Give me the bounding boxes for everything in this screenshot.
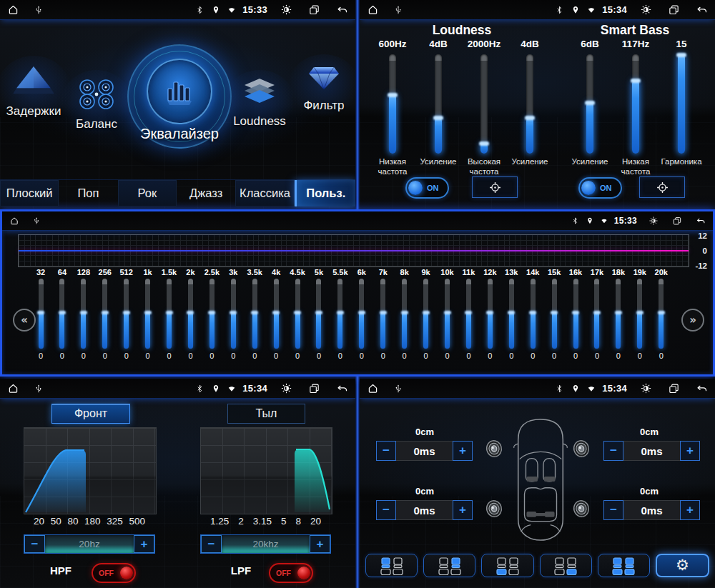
hpf-plus-button[interactable]: + [134,535,154,553]
band-track[interactable] [252,279,257,349]
eq-band-slider[interactable]: 5.5k 0 [330,268,350,360]
eq-band-slider[interactable]: 4k 0 [266,268,286,360]
eq-band-slider[interactable]: 5k 0 [309,268,329,360]
band-track[interactable] [594,279,599,349]
lpf-off-toggle[interactable]: OFF [269,563,313,583]
prev-page-button[interactable]: « [13,309,36,332]
eq-band-slider[interactable]: 7k 0 [373,268,393,360]
eq-band-slider[interactable]: 8k 0 [395,268,415,360]
brightness-icon[interactable] [640,4,652,16]
eq-band-slider[interactable]: 256 0 [95,268,115,360]
band-track[interactable] [359,279,364,349]
band-track[interactable] [531,279,536,349]
band-track[interactable] [445,279,450,349]
front-left-minus-button[interactable]: − [376,441,396,461]
band-track[interactable] [59,279,64,349]
tab-front[interactable]: Фронт [51,404,130,424]
home-icon[interactable] [7,4,19,16]
brightness-icon[interactable] [649,216,659,226]
menu-item-delays[interactable]: Задержки [1,64,66,119]
back-icon[interactable] [696,4,708,16]
band-track[interactable] [81,279,86,349]
eq-band-slider[interactable]: 9k 0 [416,268,436,360]
eq-band-slider[interactable]: 11k 0 [458,268,478,360]
preset-tab-rock[interactable]: Рок [118,180,177,206]
eq-band-slider[interactable]: 3.5k 0 [245,268,265,360]
band-track[interactable] [637,279,642,349]
menu-item-loudness[interactable]: Loudness [229,79,290,129]
eq-band-slider[interactable]: 512 0 [117,268,137,360]
eq-band-slider[interactable]: 1k 0 [138,268,158,360]
band-track[interactable] [124,279,129,349]
slider-track[interactable] [480,54,488,154]
band-track[interactable] [295,279,300,349]
band-track[interactable] [573,279,578,349]
zone-button-rear-left[interactable] [481,554,533,577]
hpf-minus-button[interactable]: − [24,535,45,553]
smartbass-target-button[interactable] [639,176,685,198]
eq-band-slider[interactable]: 6k 0 [352,268,372,360]
eq-band-slider[interactable]: 13k 0 [501,268,521,360]
band-track[interactable] [316,279,321,349]
lpf-minus-button[interactable]: − [201,535,222,553]
slider-track[interactable] [632,54,639,154]
home-icon[interactable] [367,382,379,394]
band-track[interactable] [488,279,493,349]
brightness-icon[interactable] [640,382,652,394]
band-track[interactable] [39,279,44,349]
back-icon[interactable] [336,382,348,394]
slider-track[interactable] [435,54,442,154]
band-track[interactable] [145,279,150,349]
band-track[interactable] [380,279,385,349]
band-track[interactable] [274,279,279,349]
band-track[interactable] [402,279,407,349]
eq-band-slider[interactable]: 2.5k 0 [202,268,222,360]
eq-band-slider[interactable]: 64 0 [52,268,72,360]
eq-band-slider[interactable]: 16k 0 [566,268,586,360]
brightness-icon[interactable] [280,4,292,16]
front-right-minus-button[interactable]: − [603,441,623,461]
front-right-plus-button[interactable]: + [680,441,700,461]
band-track[interactable] [616,279,621,349]
menu-item-balance[interactable]: Баланс [66,79,127,131]
eq-band-slider[interactable]: 18k 0 [608,268,628,360]
eq-band-slider[interactable]: 2k 0 [180,268,200,360]
vertical-slider[interactable]: 6dB Усиление [567,39,613,177]
zone-button-rear-right[interactable] [540,554,592,577]
band-track[interactable] [102,279,107,349]
smartbass-on-toggle[interactable]: ON [578,177,622,199]
eq-band-slider[interactable]: 10k 0 [438,268,458,360]
menu-item-equalizer[interactable]: Эквалайзер [127,44,232,149]
back-icon[interactable] [696,216,706,226]
loudness-target-button[interactable] [472,176,518,198]
slider-track[interactable] [389,54,396,154]
home-icon[interactable] [9,216,19,226]
home-icon[interactable] [7,382,19,394]
band-track[interactable] [337,279,342,349]
lpf-plus-button[interactable]: + [310,535,330,553]
brightness-icon[interactable] [280,382,292,394]
eq-band-slider[interactable]: 12k 0 [480,268,500,360]
next-page-button[interactable]: » [681,309,704,332]
band-track[interactable] [231,279,236,349]
zone-button-front-left[interactable] [365,554,418,577]
eq-band-slider[interactable]: 1.5k 0 [159,268,179,360]
band-track[interactable] [659,279,664,349]
hpf-off-toggle[interactable]: OFF [92,563,136,583]
eq-band-slider[interactable]: 20k 0 [651,268,671,360]
zone-button-all-seats[interactable] [598,554,650,577]
slider-track[interactable] [526,54,533,154]
vertical-slider[interactable]: 117Hz Низкая частота [613,39,659,177]
rear-right-minus-button[interactable]: − [603,500,623,520]
delay-settings-button[interactable]: ⚙ [656,554,709,577]
rear-left-plus-button[interactable]: + [453,500,473,520]
rear-left-minus-button[interactable]: − [376,500,396,520]
band-track[interactable] [423,279,428,349]
eq-band-slider[interactable]: 19k 0 [630,268,650,360]
vertical-slider[interactable]: 15 Гармоника [659,39,704,177]
eq-band-slider[interactable]: 4.5k 0 [287,268,307,360]
menu-item-filter[interactable]: Фильтр [293,63,355,113]
recents-icon[interactable] [668,4,680,16]
band-track[interactable] [466,279,471,349]
preset-tab-jazz[interactable]: Джазз [177,180,235,206]
